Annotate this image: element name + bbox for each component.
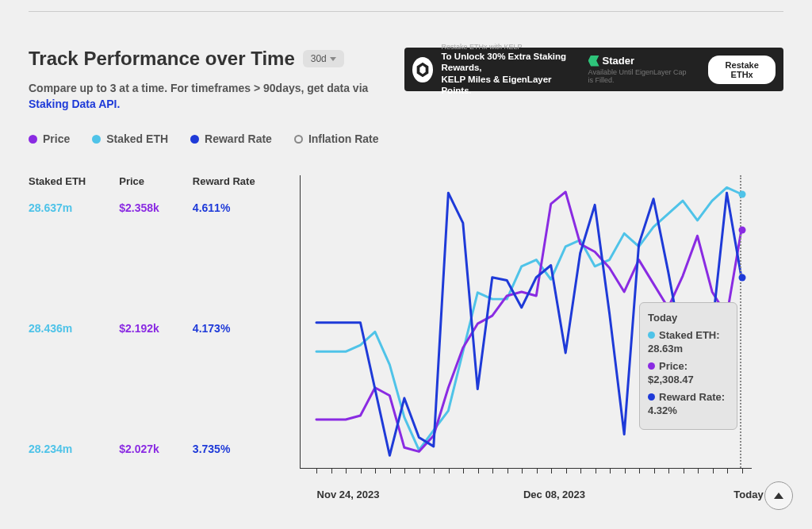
tooltip-title: Today — [648, 311, 729, 325]
scroll-top-button[interactable] — [764, 481, 793, 510]
tooltip-staked-value: 28.63m — [648, 342, 729, 356]
arrow-up-icon — [774, 493, 783, 499]
promo-caption: Available Until EigenLayer Cap is Filled… — [588, 68, 693, 84]
legend-item-staked[interactable]: Staked ETH — [92, 132, 168, 145]
legend-dot-staked-icon — [92, 135, 101, 144]
legend: Price Staked ETH Reward Rate Inflation R… — [29, 132, 783, 145]
chart-end-dot — [739, 274, 746, 282]
tooltip-reward-value: 4.32% — [648, 404, 729, 418]
tooltip-price-label: Price: — [659, 359, 688, 374]
tooltip-price-value: $2,308.47 — [648, 373, 729, 387]
chart-tooltip: Today Staked ETH: 28.63m Price: $2,308.4… — [639, 302, 737, 430]
promo-line2: KELP Miles & EigenLayer Points. — [441, 74, 580, 97]
timeframe-label: 30d — [311, 53, 327, 64]
x-ticks — [301, 468, 752, 473]
axis-price-bot: $2.027k — [119, 443, 159, 455]
legend-label-reward: Reward Rate — [205, 132, 272, 145]
subtitle-text: Compare up to 3 at a time. For timeframe… — [29, 82, 368, 94]
tooltip-staked-label: Staked ETH: — [659, 328, 720, 343]
today-guide-line — [740, 175, 741, 468]
legend-label-inflation: Inflation Rate — [308, 132, 379, 145]
legend-dot-price-icon — [29, 135, 37, 144]
legend-ring-inflation-icon — [294, 135, 303, 144]
kelp-icon — [412, 57, 433, 82]
tooltip-dot-price-icon — [648, 362, 655, 370]
promo-line1: To Unlock 30% Extra Staking Rewards, — [441, 51, 580, 74]
axis-header-staked: Staked ETH — [29, 175, 86, 187]
axis-price-mid: $2.192k — [119, 322, 159, 335]
page-title: Track Performance over Time — [29, 48, 295, 70]
x-label-2: Dec 08, 2023 — [523, 489, 585, 500]
legend-item-inflation[interactable]: Inflation Rate — [294, 132, 379, 145]
legend-dot-reward-icon — [190, 135, 199, 144]
axis-staked-bot: 28.234m — [29, 443, 86, 455]
stader-logo: Stader — [588, 55, 634, 67]
chart-end-dot — [739, 190, 746, 197]
axis-header-price: Price — [119, 175, 159, 187]
legend-label-price: Price — [43, 132, 70, 145]
tooltip-dot-staked-icon — [648, 332, 655, 339]
legend-label-staked: Staked ETH — [106, 132, 168, 145]
timeframe-dropdown[interactable]: 30d — [303, 50, 344, 67]
promo-banner[interactable]: Restake ETHx with KELP To Unlock 30% Ext… — [404, 48, 783, 91]
legend-item-price[interactable]: Price — [29, 132, 70, 145]
axis-reward-bot: 3.735% — [193, 443, 255, 455]
restake-button[interactable]: Restake ETHx — [708, 56, 776, 84]
axis-price-top: $2.358k — [119, 201, 159, 214]
staking-api-link[interactable]: Staking Data API. — [29, 98, 120, 110]
axis-reward-top: 4.611% — [193, 201, 255, 214]
stader-mark-icon — [588, 56, 599, 67]
top-divider — [29, 11, 783, 19]
axis-staked-mid: 28.436m — [29, 322, 86, 335]
chevron-down-icon — [330, 57, 336, 61]
chart-end-dot — [739, 226, 746, 233]
promo-small: Restake ETHx with KELP — [441, 43, 580, 51]
axis-header-reward: Reward Rate — [193, 175, 255, 187]
tooltip-dot-reward-icon — [648, 393, 655, 401]
legend-item-reward[interactable]: Reward Rate — [190, 132, 272, 145]
x-label-3: Today — [733, 489, 763, 500]
line-chart[interactable]: Nov 24, 2023 Dec 08, 2023 Today Today St… — [300, 175, 752, 469]
axis-reward-mid: 4.173% — [193, 322, 255, 335]
axis-staked-top: 28.637m — [29, 201, 86, 214]
subtitle: Compare up to 3 at a time. For timeframe… — [29, 81, 385, 112]
tooltip-reward-label: Reward Rate: — [659, 390, 725, 404]
stader-brand-text: Stader — [603, 55, 634, 67]
x-label-1: Nov 24, 2023 — [317, 489, 380, 500]
